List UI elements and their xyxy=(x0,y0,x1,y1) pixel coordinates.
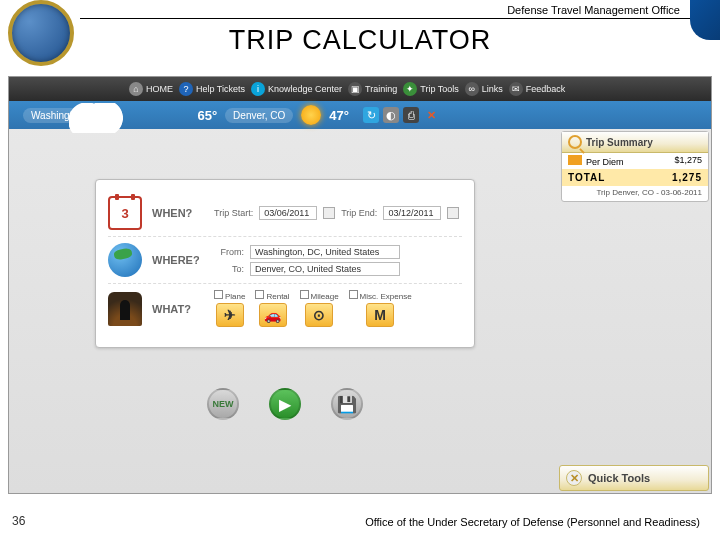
misc-label: Misc. Expense xyxy=(360,292,412,301)
nav-links[interactable]: ∞Links xyxy=(465,82,503,96)
weather-temp-1: 65° xyxy=(197,108,217,123)
plane-checkbox[interactable] xyxy=(214,290,223,299)
summary-perdiem-row: Per Diem $1,275 xyxy=(562,153,708,169)
what-label: WHAT? xyxy=(152,303,204,315)
home-icon: ⌂ xyxy=(129,82,143,96)
new-button-label: NEW xyxy=(213,399,234,409)
help-icon: ? xyxy=(179,82,193,96)
globe-icon[interactable]: ◐ xyxy=(383,107,399,123)
weather-bar: Washington, DC 65° Denver, CO 47° ↻ ◐ ⎙ … xyxy=(9,101,711,129)
date-picker-icon[interactable] xyxy=(447,207,459,219)
sun-icon xyxy=(301,105,321,125)
nav-knowledge-label: Knowledge Center xyxy=(268,84,342,94)
plane-icon: ✈ xyxy=(216,303,244,327)
trip-start-input[interactable]: 03/06/2011 xyxy=(259,206,317,220)
go-button[interactable]: ▶ xyxy=(269,388,301,420)
links-icon: ∞ xyxy=(465,82,479,96)
rental-checkbox[interactable] xyxy=(255,290,264,299)
perdiem-icon xyxy=(568,155,582,165)
what-misc[interactable]: Misc. Expense M xyxy=(349,290,412,327)
nav-feedback[interactable]: ✉Feedback xyxy=(509,82,566,96)
tools-icon: ✦ xyxy=(403,82,417,96)
plane-label: Plane xyxy=(225,292,245,301)
feedback-icon: ✉ xyxy=(509,82,523,96)
trip-summary-panel: Trip Summary Per Diem $1,275 TOTAL 1,275… xyxy=(561,131,709,202)
trip-form: 3 WHEN? Trip Start: 03/06/2011 Trip End:… xyxy=(95,179,475,348)
total-label: TOTAL xyxy=(568,172,605,183)
summary-header[interactable]: Trip Summary xyxy=(562,132,708,153)
nav-home-label: HOME xyxy=(146,84,173,94)
app-frame: ⌂HOME ?Help Tickets iKnowledge Center ▣T… xyxy=(8,76,712,494)
quick-tools-label: Quick Tools xyxy=(588,472,650,484)
magnifier-icon xyxy=(568,135,582,149)
what-plane[interactable]: Plane ✈ xyxy=(214,290,245,327)
summary-title: Trip Summary xyxy=(586,137,653,148)
nav-training[interactable]: ▣Training xyxy=(348,82,397,96)
misc-icon: M xyxy=(366,303,394,327)
nav-links-label: Links xyxy=(482,84,503,94)
nav-home[interactable]: ⌂HOME xyxy=(129,82,173,96)
to-input[interactable]: Denver, CO, United States xyxy=(250,262,400,276)
save-icon: 💾 xyxy=(337,395,357,414)
wrench-icon: ✕ xyxy=(566,470,582,486)
weather-city-2[interactable]: Denver, CO xyxy=(225,108,293,123)
trip-end-input[interactable]: 03/12/2011 xyxy=(383,206,441,220)
print-icon[interactable]: ⎙ xyxy=(403,107,419,123)
misc-checkbox[interactable] xyxy=(349,290,358,299)
calendar-date-text: 3 xyxy=(121,206,128,221)
when-label: WHEN? xyxy=(152,207,204,219)
trip-end-label: Trip End: xyxy=(341,208,377,218)
page-number: 36 xyxy=(12,514,25,528)
tunnel-icon xyxy=(108,292,142,326)
what-rental[interactable]: Rental 🚗 xyxy=(255,290,289,327)
weather-temp-2: 47° xyxy=(329,108,349,123)
from-label: From: xyxy=(214,247,244,257)
info-icon: i xyxy=(251,82,265,96)
calendar-icon: 3 xyxy=(108,196,142,230)
car-icon: 🚗 xyxy=(259,303,287,327)
what-mileage[interactable]: Mileage ⊙ xyxy=(300,290,339,327)
mileage-checkbox[interactable] xyxy=(300,290,309,299)
slide-title: TRIP CALCULATOR xyxy=(0,19,720,56)
nav-knowledge[interactable]: iKnowledge Center xyxy=(251,82,342,96)
header-org: Defense Travel Management Office xyxy=(80,0,710,19)
close-icon[interactable]: ✕ xyxy=(423,107,439,123)
play-icon: ▶ xyxy=(279,395,291,414)
to-label: To: xyxy=(214,264,244,274)
globe-icon xyxy=(108,243,142,277)
mileage-label: Mileage xyxy=(311,292,339,301)
perdiem-value: $1,275 xyxy=(674,155,702,167)
quick-tools-button[interactable]: ✕ Quick Tools xyxy=(559,465,709,491)
dod-seal-logo xyxy=(8,0,74,66)
nav-tools[interactable]: ✦Trip Tools xyxy=(403,82,459,96)
save-button[interactable]: 💾 xyxy=(331,388,363,420)
nav-feedback-label: Feedback xyxy=(526,84,566,94)
summary-subtitle: Trip Denver, CO - 03-06-2011 xyxy=(562,186,708,201)
trip-start-label: Trip Start: xyxy=(214,208,253,218)
refresh-icon[interactable]: ↻ xyxy=(363,107,379,123)
nav-help-label: Help Tickets xyxy=(196,84,245,94)
from-input[interactable]: Washington, DC, United States xyxy=(250,245,400,259)
perdiem-label: Per Diem xyxy=(586,157,624,167)
where-label: WHERE? xyxy=(152,254,204,266)
nav-help[interactable]: ?Help Tickets xyxy=(179,82,245,96)
nav-training-label: Training xyxy=(365,84,397,94)
nav-tools-label: Trip Tools xyxy=(420,84,459,94)
footer-text: Office of the Under Secretary of Defense… xyxy=(365,516,700,528)
training-icon: ▣ xyxy=(348,82,362,96)
total-value: 1,275 xyxy=(672,172,702,183)
top-nav: ⌂HOME ?Help Tickets iKnowledge Center ▣T… xyxy=(9,77,711,101)
wheel-icon: ⊙ xyxy=(305,303,333,327)
summary-total-row: TOTAL 1,275 xyxy=(562,169,708,186)
rental-label: Rental xyxy=(266,292,289,301)
new-button[interactable]: NEW xyxy=(207,388,239,420)
date-picker-icon[interactable] xyxy=(323,207,335,219)
